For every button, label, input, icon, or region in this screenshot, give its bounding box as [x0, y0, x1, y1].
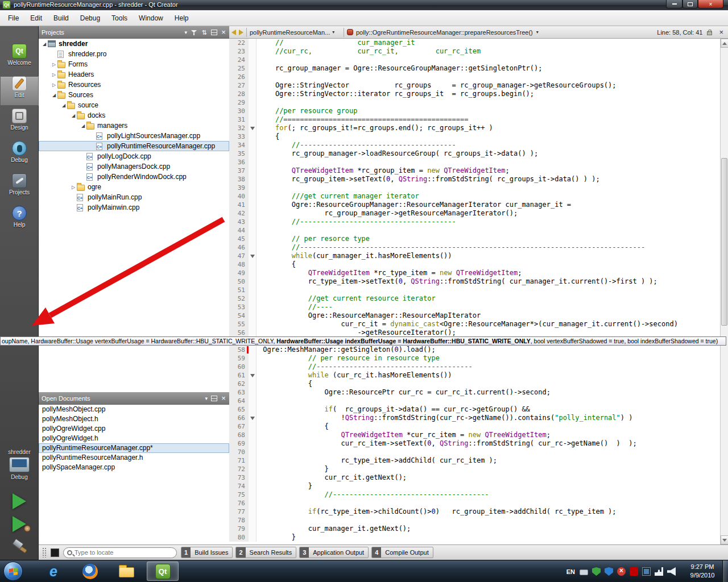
tree-expand-arrow[interactable]: ▷	[51, 72, 57, 77]
maximize-button[interactable]	[682, 0, 698, 9]
chevron-down-icon[interactable]: ▾	[184, 30, 187, 35]
tree-item[interactable]: ◢Sources	[39, 90, 229, 100]
menu-item-tools[interactable]: Tools	[106, 11, 133, 25]
security-tray-icon[interactable]	[605, 567, 613, 576]
tree-item[interactable]: ◢managers	[39, 120, 229, 131]
code-pane-top[interactable]: 22 // cur_manager_it23 //cur_rc, cur_rc_…	[229, 39, 720, 337]
code-line-34[interactable]: 34 //-----------------------------------…	[229, 141, 720, 149]
code-line-40[interactable]: 40 ///get current manager iterator	[229, 192, 720, 201]
split-icon[interactable]	[211, 396, 217, 401]
code-line-24[interactable]: 24	[229, 56, 720, 64]
menu-item-build[interactable]: Build	[48, 11, 75, 25]
output-pane-search-results[interactable]: 2Search Results	[235, 547, 296, 558]
mode-button-debug[interactable]: Debug	[0, 141, 39, 171]
menu-item-help[interactable]: Help	[169, 11, 195, 25]
menu-item-debug[interactable]: Debug	[75, 11, 106, 25]
open-document-item[interactable]: pollyOgreWidget.h	[39, 434, 229, 443]
tree-item[interactable]: pollyRuntimeResourceManager.cpp	[39, 141, 229, 151]
tree-expand-arrow[interactable]: ◢	[60, 103, 67, 108]
forward-icon[interactable]	[239, 30, 243, 35]
tree-item[interactable]: ◢source	[39, 100, 229, 110]
output-pane-build-issues[interactable]: 1Build Issues	[181, 547, 233, 558]
fold-marker-icon[interactable]	[249, 414, 257, 422]
code-line-28[interactable]: 28 Ogre::StringVector::iterator rc_group…	[229, 90, 720, 98]
code-line-25[interactable]: 25 rc_group_manager = Ogre::ResourceGrou…	[229, 64, 720, 73]
code-line-61[interactable]: 61 while (cur_rc_it.hasMoreElements())	[229, 371, 720, 380]
code-line-78[interactable]: 78	[229, 516, 720, 525]
tree-expand-arrow[interactable]: ◢	[41, 41, 48, 47]
symbol-dropdown[interactable]: polly::OgreRuntimeResourceManager::prepa…	[356, 29, 539, 36]
code-line-26[interactable]: 26	[229, 73, 720, 81]
code-line-22[interactable]: 22 // cur_manager_it	[229, 39, 720, 47]
open-documents-title[interactable]: Open Documents	[42, 395, 201, 402]
scroll-up-button[interactable]	[721, 39, 728, 48]
code-line-41[interactable]: 41 Ogre::ResourceGroupManager::ResourceM…	[229, 201, 720, 209]
code-line-39[interactable]: 39	[229, 184, 720, 192]
code-line-50[interactable]: 50 rc_type_item->setText(0, QString::fro…	[229, 277, 720, 286]
filter-icon[interactable]	[191, 29, 197, 36]
code-line-31[interactable]: 31 //===================================…	[229, 115, 720, 124]
code-line-68[interactable]: 68 QTreeWidgetItem *cur_rc_item = new QT…	[229, 431, 720, 439]
code-line-77[interactable]: 77 if(rc_type_item->childCount()>0) rc_g…	[229, 508, 720, 516]
code-line-69[interactable]: 69 cur_rc_item->setText(0, QString::from…	[229, 439, 720, 448]
taskbar-qtcreator[interactable]: Qt	[147, 562, 179, 581]
code-line-76[interactable]: 76	[229, 499, 720, 508]
keyboard-tray-icon[interactable]	[580, 569, 588, 575]
code-line-74[interactable]: 74 }	[229, 482, 720, 490]
open-document-item[interactable]: pollyOgreWidget.cpp	[39, 424, 229, 434]
code-line-47[interactable]: 47 while(cur_manager_it.hasMoreElements(…	[229, 252, 720, 260]
open-document-item[interactable]: pollyRuntimeResourceManager.h	[39, 453, 229, 463]
code-line-27[interactable]: 27 Ogre::StringVector rc_groups = rc_gro…	[229, 81, 720, 90]
tree-item[interactable]: pollyRenderWindowDock.cpp	[39, 172, 229, 182]
tree-item[interactable]: pollyMainRun.cpp	[39, 192, 229, 202]
update-shield-tray-icon[interactable]	[592, 567, 601, 576]
code-line-52[interactable]: 52 //get current resource iterator	[229, 294, 720, 303]
code-line-45[interactable]: 45 // per resorce type	[229, 235, 720, 243]
tree-item[interactable]: pollyManagersDock.cpp	[39, 161, 229, 172]
code-line-55[interactable]: 55 cur_rc_it = dynamic_cast<Ogre::Resour…	[229, 320, 720, 329]
back-icon[interactable]	[231, 30, 236, 35]
code-line-75[interactable]: 75 //-----------------------------------…	[229, 490, 720, 499]
code-line-58[interactable]: 58 Ogre::MeshManager::getSingleton(0).lo…	[229, 346, 720, 354]
open-document-item[interactable]: pollyMeshObject.h	[39, 414, 229, 424]
alert-tray-icon[interactable]	[617, 567, 626, 576]
drag-grip[interactable]	[42, 547, 47, 558]
tree-item[interactable]: shredder.pro	[39, 49, 229, 59]
mode-button-design[interactable]: Design	[0, 109, 39, 138]
taskbar-explorer[interactable]	[110, 562, 142, 581]
tree-item[interactable]: ▷Resources	[39, 80, 229, 90]
tree-item[interactable]: ▷ogre	[39, 182, 229, 192]
code-line-71[interactable]: 71 rc_type_item->addChild( cur_rc_item )…	[229, 456, 720, 465]
display-tray-icon[interactable]	[642, 567, 651, 576]
output-pane-compile-output[interactable]: 4Compile Output	[371, 547, 433, 558]
close-split-icon[interactable]: ×	[717, 28, 726, 36]
run-button[interactable]	[0, 491, 39, 512]
code-line-37[interactable]: 37 QTreeWidgetItem *rc_group_item = new …	[229, 167, 720, 175]
tree-expand-arrow[interactable]: ▷	[70, 185, 77, 190]
tree-item[interactable]: pollyLogDock.cpp	[39, 151, 229, 161]
code-line-53[interactable]: 53 //----	[229, 303, 720, 311]
lock-icon[interactable]	[707, 31, 712, 35]
mode-button-welcome[interactable]: QtWelcome	[0, 44, 39, 73]
minimize-button[interactable]	[666, 0, 682, 9]
code-line-56[interactable]: 56 ->getResourceIterator();	[229, 329, 720, 337]
build-button[interactable]	[0, 537, 39, 557]
editor-scrollbar[interactable]	[720, 39, 728, 544]
document-dropdown[interactable]: pollyRuntimeResourceMan... ▾	[250, 29, 341, 36]
start-button[interactable]	[3, 562, 23, 581]
volume-tray-icon[interactable]	[667, 567, 676, 576]
menu-item-window[interactable]: Window	[133, 11, 169, 25]
code-line-80[interactable]: 80 }	[229, 533, 720, 542]
mode-button-edit[interactable]: Edit	[0, 76, 39, 106]
debug-run-button[interactable]	[0, 514, 39, 534]
code-line-38[interactable]: 38 rc_group_item->setText(0, QString::fr…	[229, 175, 720, 184]
output-pane-application-output[interactable]: 3Application Output	[299, 547, 369, 558]
show-desktop-button[interactable]	[722, 560, 728, 582]
network-tray-icon[interactable]	[655, 567, 663, 576]
scrollbar-thumb[interactable]	[721, 158, 727, 326]
tree-expand-arrow[interactable]: ▷	[51, 82, 57, 88]
menu-item-file[interactable]: File	[2, 11, 24, 25]
split-icon[interactable]	[211, 30, 217, 35]
code-line-66[interactable]: 66 !QString::fromStdString(cur_rc->getNa…	[229, 414, 720, 422]
code-line-46[interactable]: 46 //-----------------------------------…	[229, 243, 720, 252]
